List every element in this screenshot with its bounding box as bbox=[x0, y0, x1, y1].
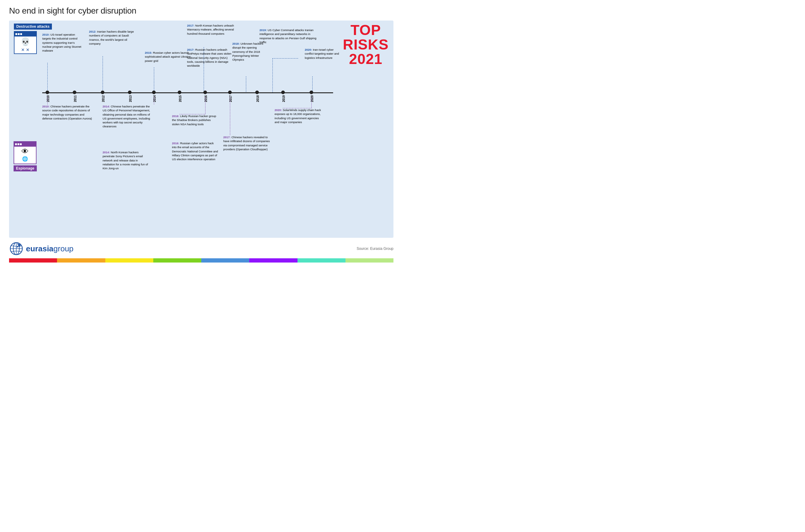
year-2015: 2015 bbox=[179, 91, 182, 102]
event-2019-top: 2019: US Cyber Command attacks Iranian i… bbox=[260, 28, 318, 44]
source-text: Source: Eurasia Group bbox=[357, 247, 394, 251]
page-title: No end in sight for cyber disruption bbox=[9, 6, 394, 16]
dash-2019-top bbox=[272, 58, 273, 92]
espionage-label: Espionage bbox=[14, 165, 37, 171]
dash-2018-top bbox=[246, 76, 247, 92]
colorbar bbox=[9, 258, 394, 263]
dash-2020-bottom bbox=[311, 97, 312, 108]
dash-2014a-bottom bbox=[154, 97, 154, 104]
colorbar-blue bbox=[201, 258, 249, 263]
timeline-line bbox=[42, 92, 333, 93]
dash-2020-top bbox=[312, 76, 313, 92]
dash-2012-top bbox=[102, 56, 103, 91]
dash-2020-h bbox=[283, 108, 311, 109]
year-2018: 2018 bbox=[257, 91, 260, 102]
timeline-region: 2010: US-Israel operation targets the in… bbox=[42, 23, 333, 220]
destructive-icon-box: 💀 ✕ ✕ bbox=[14, 31, 37, 54]
dash-2017-bottom bbox=[230, 97, 231, 135]
eye-icon: 👁 bbox=[14, 147, 36, 156]
footer: eurasiagroup Source: Eurasia Group bbox=[9, 238, 394, 257]
event-2017a-top: 2017: North Korean hackers unleash Wanna… bbox=[187, 23, 235, 36]
event-2018-top: 2018: Unknown hackers disrupt the openin… bbox=[232, 42, 266, 61]
dash-2015-top bbox=[154, 67, 154, 92]
event-2017-bottom: 2017: Chinese hackers revealed to have i… bbox=[223, 135, 270, 151]
globe-icon: 🌐 bbox=[14, 156, 36, 162]
event-2020-top: 2020: Iran-Israel cyber conflict targeti… bbox=[305, 48, 341, 60]
year-2011: 2011 bbox=[75, 91, 77, 102]
dash-2019-h bbox=[272, 58, 298, 59]
colorbar-purple bbox=[249, 258, 297, 263]
eurasia-logo-icon bbox=[9, 242, 23, 256]
event-2020-bottom: 2020: SolarWinds supply chain hack expos… bbox=[274, 108, 321, 124]
event-2014b-bottom: 2014: North Korean hackers penetrate Son… bbox=[102, 150, 149, 170]
event-2014a-bottom: 2014: Chinese hackers penetrate the US O… bbox=[102, 104, 152, 129]
top-risks-line2: RISKS bbox=[343, 37, 389, 52]
colorbar-orange bbox=[57, 258, 105, 263]
dash-2010-bottom bbox=[47, 97, 48, 104]
year-2019: 2019 bbox=[283, 91, 285, 102]
colorbar-green bbox=[153, 258, 201, 263]
year-2010-top: 2010: bbox=[42, 33, 50, 36]
logo-area: eurasiagroup bbox=[9, 242, 74, 256]
dash-2016a-bottom bbox=[205, 97, 206, 114]
logo-text: eurasiagroup bbox=[26, 244, 74, 253]
top-risks-box: TOP RISKS 2021 bbox=[343, 23, 389, 66]
infographic-area: TOP RISKS 2021 Destructive attacks 💀 ✕ ✕ bbox=[9, 20, 394, 238]
top-risks-line1: TOP bbox=[343, 23, 389, 37]
colorbar-red bbox=[9, 258, 57, 263]
event-2016b-bottom: 2016: Russian cyber actors hack into the… bbox=[172, 141, 219, 161]
espionage-section: 👁 🌐 Espionage bbox=[14, 141, 37, 171]
colorbar-yellow bbox=[105, 258, 153, 263]
logo-group: group bbox=[53, 244, 74, 253]
event-2016a-bottom: 2016: Likely Russian hacker group the Sh… bbox=[172, 114, 217, 126]
skull-icon: 💀 bbox=[15, 37, 36, 46]
event-2010-top: 2010: US-Israel operation targets the in… bbox=[42, 33, 84, 53]
crossbones-icon: ✕ ✕ bbox=[15, 48, 36, 52]
year-2013: 2013 bbox=[130, 91, 132, 102]
colorbar-teal bbox=[298, 258, 345, 263]
year-2012: 2012 bbox=[102, 91, 105, 102]
event-2017b-top: 2017: Russian hackers unleash NotPetya m… bbox=[187, 48, 234, 68]
logo-eurasia: eurasia bbox=[26, 244, 53, 253]
dash-2016a-h bbox=[179, 114, 205, 115]
top-risks-line3: 2021 bbox=[343, 52, 389, 66]
espionage-icon-box: 👁 🌐 bbox=[14, 141, 37, 164]
event-2012-top: 2012: Iranian hackers disable large numb… bbox=[89, 30, 136, 45]
event-2010-bottom: 2010: Chinese hackers penetrate the sour… bbox=[42, 104, 95, 120]
colorbar-lime bbox=[345, 258, 394, 263]
dash-2010-top bbox=[47, 63, 48, 91]
main-container: No end in sight for cyber disruption TOP… bbox=[0, 0, 402, 263]
